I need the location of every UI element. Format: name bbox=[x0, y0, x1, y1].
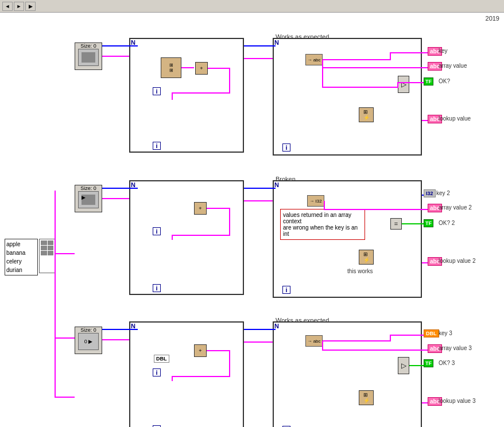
func-node-1a: ⊞⊞ bbox=[161, 57, 181, 78]
dbl-label-inner: DBL bbox=[154, 355, 169, 363]
func-node-1c: ⊞⚡ bbox=[359, 107, 374, 122]
for-frame-2 bbox=[129, 180, 244, 295]
tf-box-1: TF bbox=[424, 77, 433, 86]
arrow-node-3: → abc bbox=[305, 335, 323, 347]
size-box-1: Size: 0 bbox=[75, 42, 102, 70]
year-label: 2019 bbox=[486, 15, 499, 22]
i-label-2: i bbox=[282, 143, 290, 152]
tf-box-3: TF bbox=[424, 359, 433, 367]
tf-box-2: TF bbox=[424, 219, 433, 227]
func-node-1b: + bbox=[195, 62, 208, 75]
list-item-celery: celery bbox=[6, 257, 36, 266]
size-box-3: Size: 0 0 ▶ bbox=[75, 327, 102, 354]
forward-icon[interactable]: ► bbox=[14, 2, 24, 11]
label-arrayval-1: array value bbox=[439, 63, 467, 69]
for-frame-1 bbox=[129, 38, 244, 153]
label-lookup-1: lookup value bbox=[439, 115, 471, 122]
grid-icon bbox=[39, 239, 55, 273]
i-label-1: i bbox=[153, 87, 161, 95]
run-icon[interactable]: ▶ bbox=[25, 2, 36, 11]
label-lookup-3: lookup value 3 bbox=[439, 398, 476, 404]
toolbar: ◄ ► ▶ bbox=[0, 0, 504, 13]
arrow-node-1: → abc bbox=[305, 54, 323, 65]
func-node-3a: + bbox=[194, 344, 207, 357]
works-frame-3 bbox=[273, 321, 422, 427]
label-lookup-2: lookup value 2 bbox=[439, 258, 476, 264]
i-label-3: i bbox=[153, 284, 161, 292]
i-label-4: i bbox=[153, 227, 161, 235]
func-node-2c: ⊞⚡ bbox=[359, 250, 374, 265]
label-key-2: key 2 bbox=[436, 190, 450, 196]
back-icon[interactable]: ◄ bbox=[2, 2, 13, 11]
list-box: apple banana celery durian bbox=[5, 239, 38, 275]
for-frame-3 bbox=[129, 321, 244, 427]
equals-2: = bbox=[390, 218, 402, 230]
i-label-5: i bbox=[282, 286, 290, 294]
func-node-2a: + bbox=[194, 202, 207, 215]
func-node-3c: ⊞⚡ bbox=[359, 390, 374, 405]
list-item-banana: banana bbox=[6, 249, 36, 257]
label-arrayval-2: array value 2 bbox=[439, 204, 472, 211]
label-key-3: key 3 bbox=[439, 330, 452, 336]
works-frame-1 bbox=[273, 38, 422, 156]
main-canvas: 2019 Works as expected Size: 0 N i ⊞⊞ + … bbox=[0, 13, 504, 427]
i-label-7: i bbox=[153, 368, 161, 376]
i32-box: I32 bbox=[424, 189, 436, 197]
label-key-1: key bbox=[439, 48, 448, 54]
dbl-output-box: DBL bbox=[424, 329, 439, 337]
broken-text-box: values returned in an array contextare w… bbox=[280, 209, 365, 240]
label-ok-1: OK? bbox=[439, 78, 450, 84]
list-item-apple: apple bbox=[6, 240, 36, 249]
compare-1: ▷ bbox=[398, 76, 409, 93]
compare-3: ▷ bbox=[398, 357, 409, 374]
label-arrayval-3: array value 3 bbox=[439, 345, 472, 351]
arrow-node-2: → I32 bbox=[307, 195, 324, 207]
label-ok-2: OK? 2 bbox=[439, 220, 455, 226]
this-works-label: this works bbox=[347, 268, 373, 274]
label-ok-3: OK? 3 bbox=[439, 360, 455, 366]
list-item-durian: durian bbox=[6, 266, 36, 274]
size-box-2: Size: 0 ▶ bbox=[75, 185, 102, 212]
